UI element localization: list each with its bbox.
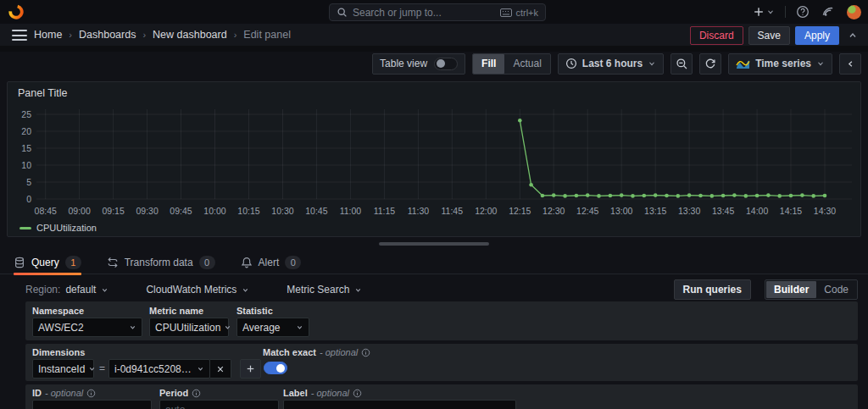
label-label-text: Label [283,388,308,398]
actual-option[interactable]: Actual [504,54,549,74]
metric-name-value: CPUUtilization [155,322,220,334]
top-bar-actions [751,0,863,24]
editor-tabs: Query 1 Transform data 0 Alert 0 [0,251,868,274]
add-dimension-button[interactable] [240,359,261,379]
chevron-right-icon: › [234,30,237,40]
panel-resize-handle[interactable] [379,242,489,246]
news-icon[interactable] [820,2,837,22]
chevron-down-icon [816,59,825,68]
chart-area[interactable]: 051015202508:4509:0009:1509:3009:4510:00… [9,104,859,221]
chevron-up-icon[interactable] [844,30,861,41]
tab-alert[interactable]: Alert 0 [241,251,302,274]
save-button[interactable]: Save [748,26,790,45]
clock-icon [565,58,577,69]
timeseries-panel: Panel Title 051015202508:4509:0009:1509:… [7,81,861,237]
label-input-wrap [283,400,516,409]
svg-text:12:15: 12:15 [509,206,531,216]
breadcrumb-home[interactable]: Home [34,29,62,41]
tab-label: Alert [259,257,280,268]
breadcrumb-new-dashboard[interactable]: New dashboard [153,29,227,41]
svg-text:14:15: 14:15 [780,206,802,216]
info-icon[interactable] [86,389,96,398]
region-label: Region: [25,284,60,296]
svg-text:10: 10 [21,160,31,170]
legend-series-swatch [19,227,31,229]
label-input[interactable] [289,404,510,409]
svg-text:12:30: 12:30 [542,206,565,216]
builder-option[interactable]: Builder [766,281,816,298]
time-series-icon [736,58,750,69]
table-view-toggle[interactable] [434,58,458,70]
info-icon[interactable] [353,389,362,398]
nav-actions: Discard Save Apply [690,26,861,45]
svg-text:11:45: 11:45 [442,206,464,216]
zoom-out-button[interactable] [670,53,693,75]
svg-text:10:15: 10:15 [237,206,259,216]
dimension-key-select[interactable]: InstanceId [32,359,94,379]
tab-transform-data[interactable]: Transform data 0 [107,251,215,274]
chevron-down-icon [101,286,108,294]
namespace-label: Namespace [32,306,84,316]
refresh-button[interactable] [699,53,721,75]
help-icon[interactable] [794,2,811,22]
chevron-right-icon: › [142,30,146,40]
editor-row-metric: Namespace AWS/EC2 Metric name CPUUtiliza… [25,301,858,340]
tab-query[interactable]: Query 1 [14,251,81,274]
id-input-wrap [32,400,152,409]
chevron-down-icon [648,59,656,68]
match-exact-toggle[interactable] [264,362,287,374]
statistic-select[interactable]: Average [236,318,309,337]
svg-text:0: 0 [26,194,31,204]
match-exact-label: Match exact - optional [263,347,370,357]
remove-dimension-button[interactable] [210,359,231,379]
period-input[interactable] [165,404,273,409]
editor-row-options: ID - optional Period [25,384,858,409]
chevron-down-icon [125,323,136,331]
fill-option[interactable]: Fill [473,54,504,74]
collapse-options-button[interactable] [839,53,861,75]
equals-operator: = [99,362,105,374]
label-label: Label - optional [283,388,362,398]
svg-text:10:30: 10:30 [271,206,293,216]
run-queries-button[interactable]: Run queries [674,279,751,300]
timeseries-chart[interactable]: 051015202508:4509:0009:1509:3009:4510:00… [9,104,859,221]
menu-icon[interactable] [12,30,27,41]
search-input[interactable] [353,7,495,19]
dimension-value-select[interactable]: i-0d941cc5208d4d817 [108,359,210,379]
metric-name-select[interactable]: CPUUtilization [149,318,229,337]
grafana-logo-icon[interactable] [8,4,24,19]
query-mode-select[interactable]: Metric Search [287,284,362,296]
legend-item-cpuutilization[interactable]: CPUUtilization [19,223,97,233]
code-option[interactable]: Code [816,281,856,298]
period-input-wrap [159,400,279,409]
svg-text:13:00: 13:00 [610,206,632,216]
namespace-select[interactable]: AWS/EC2 [32,318,142,337]
discard-button[interactable]: Discard [690,26,743,45]
match-exact-label-text: Match exact [263,347,316,357]
svg-text:08:45: 08:45 [35,206,57,216]
time-range-picker[interactable]: Last 6 hours [558,53,664,75]
panel-title: Panel Title [18,87,67,99]
search-shortcut: ctrl+k [500,8,538,18]
period-label: Period [159,388,201,398]
metric-name-label: Metric name [149,306,203,316]
svg-text:20: 20 [21,126,31,136]
user-avatar[interactable] [845,2,863,22]
breadcrumb-dashboards[interactable]: Dashboards [79,29,136,41]
legend-series-label: CPUUtilization [36,223,97,233]
id-input[interactable] [38,404,146,409]
apply-button[interactable]: Apply [795,26,839,45]
info-icon[interactable] [361,348,370,357]
time-range-label: Last 6 hours [582,58,643,69]
info-icon[interactable] [192,389,201,398]
svg-text:13:45: 13:45 [712,206,734,216]
datasource-select[interactable]: CloudWatch Metrics [146,284,249,296]
id-label-text: ID [32,388,42,398]
optional-text: - optional [311,388,349,398]
datasource-value: CloudWatch Metrics [146,284,236,296]
visualization-picker[interactable]: Time series [728,53,832,75]
svg-text:13:15: 13:15 [644,206,666,216]
region-select[interactable]: Region: default [25,284,108,296]
new-button[interactable] [751,2,776,22]
fill-actual-switch: Fill Actual [472,53,551,75]
